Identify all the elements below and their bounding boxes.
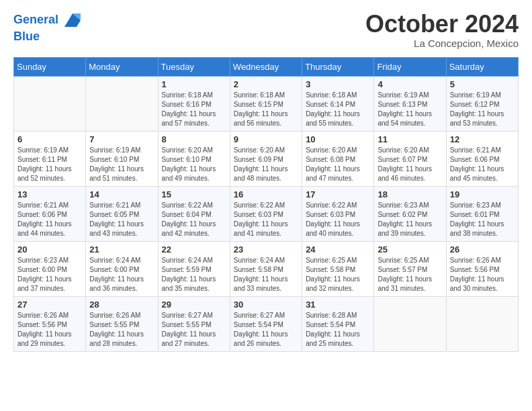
calendar-cell: 6Sunrise: 6:19 AM Sunset: 6:11 PM Daylig…	[14, 131, 86, 186]
day-info: Sunrise: 6:19 AM Sunset: 6:13 PM Dayligh…	[378, 91, 442, 128]
day-info: Sunrise: 6:20 AM Sunset: 6:08 PM Dayligh…	[306, 146, 370, 183]
calendar-cell: 13Sunrise: 6:21 AM Sunset: 6:06 PM Dayli…	[14, 186, 86, 241]
day-info: Sunrise: 6:21 AM Sunset: 6:06 PM Dayligh…	[450, 146, 515, 183]
day-number: 11	[378, 134, 442, 144]
calendar-week-row: 27Sunrise: 6:26 AM Sunset: 5:56 PM Dayli…	[14, 296, 519, 351]
column-header-tuesday: Tuesday	[158, 57, 230, 76]
day-info: Sunrise: 6:18 AM Sunset: 6:14 PM Dayligh…	[306, 91, 370, 128]
day-info: Sunrise: 6:20 AM Sunset: 6:10 PM Dayligh…	[162, 146, 226, 183]
day-number: 7	[89, 134, 154, 144]
day-number: 27	[17, 300, 82, 310]
calendar-cell	[14, 76, 86, 131]
day-number: 4	[378, 79, 442, 89]
day-number: 9	[234, 134, 298, 144]
day-info: Sunrise: 6:27 AM Sunset: 5:55 PM Dayligh…	[162, 311, 226, 349]
day-number: 15	[162, 189, 226, 199]
calendar-cell: 12Sunrise: 6:21 AM Sunset: 6:06 PM Dayli…	[446, 131, 518, 186]
calendar-cell: 1Sunrise: 6:18 AM Sunset: 6:16 PM Daylig…	[158, 76, 230, 131]
calendar-cell: 7Sunrise: 6:19 AM Sunset: 6:10 PM Daylig…	[86, 131, 158, 186]
day-info: Sunrise: 6:21 AM Sunset: 6:05 PM Dayligh…	[89, 201, 154, 238]
title-block: October 2024 La Concepcion, Mexico	[365, 11, 519, 49]
day-number: 17	[306, 189, 370, 199]
column-header-friday: Friday	[374, 57, 446, 76]
calendar-cell: 23Sunrise: 6:24 AM Sunset: 5:58 PM Dayli…	[230, 241, 302, 296]
calendar-cell: 3Sunrise: 6:18 AM Sunset: 6:14 PM Daylig…	[302, 76, 374, 131]
day-number: 5	[450, 79, 515, 89]
calendar-cell: 19Sunrise: 6:23 AM Sunset: 6:01 PM Dayli…	[446, 186, 518, 241]
calendar-cell: 25Sunrise: 6:25 AM Sunset: 5:57 PM Dayli…	[374, 241, 446, 296]
day-info: Sunrise: 6:26 AM Sunset: 5:55 PM Dayligh…	[89, 311, 154, 349]
day-info: Sunrise: 6:21 AM Sunset: 6:06 PM Dayligh…	[17, 201, 82, 238]
column-header-thursday: Thursday	[302, 57, 374, 76]
day-number: 16	[234, 189, 298, 199]
day-number: 21	[89, 244, 154, 255]
calendar-week-row: 20Sunrise: 6:23 AM Sunset: 6:00 PM Dayli…	[14, 241, 519, 296]
day-info: Sunrise: 6:28 AM Sunset: 5:54 PM Dayligh…	[306, 311, 370, 349]
calendar-cell: 24Sunrise: 6:25 AM Sunset: 5:58 PM Dayli…	[302, 241, 374, 296]
calendar-cell: 14Sunrise: 6:21 AM Sunset: 6:05 PM Dayli…	[86, 186, 158, 241]
day-number: 22	[162, 244, 226, 255]
day-number: 26	[450, 244, 515, 255]
day-info: Sunrise: 6:18 AM Sunset: 6:15 PM Dayligh…	[234, 91, 298, 128]
calendar-cell: 28Sunrise: 6:26 AM Sunset: 5:55 PM Dayli…	[86, 296, 158, 351]
day-info: Sunrise: 6:22 AM Sunset: 6:04 PM Dayligh…	[162, 201, 226, 238]
day-number: 30	[234, 300, 298, 310]
column-header-monday: Monday	[86, 57, 158, 76]
calendar-cell: 8Sunrise: 6:20 AM Sunset: 6:10 PM Daylig…	[158, 131, 230, 186]
day-info: Sunrise: 6:22 AM Sunset: 6:03 PM Dayligh…	[306, 201, 370, 238]
calendar-cell: 5Sunrise: 6:19 AM Sunset: 6:12 PM Daylig…	[446, 76, 518, 131]
calendar-week-row: 1Sunrise: 6:18 AM Sunset: 6:16 PM Daylig…	[14, 76, 519, 131]
day-number: 13	[17, 189, 82, 199]
calendar-cell: 20Sunrise: 6:23 AM Sunset: 6:00 PM Dayli…	[14, 241, 86, 296]
day-number: 23	[234, 244, 298, 255]
day-number: 8	[162, 134, 226, 144]
calendar-cell	[446, 296, 518, 351]
logo: General Blue	[13, 11, 82, 44]
day-info: Sunrise: 6:19 AM Sunset: 6:10 PM Dayligh…	[89, 146, 154, 183]
day-number: 31	[306, 300, 370, 310]
month-title: October 2024	[365, 11, 519, 38]
day-info: Sunrise: 6:23 AM Sunset: 6:01 PM Dayligh…	[450, 201, 515, 238]
day-info: Sunrise: 6:20 AM Sunset: 6:07 PM Dayligh…	[378, 146, 442, 183]
calendar-cell: 30Sunrise: 6:27 AM Sunset: 5:54 PM Dayli…	[230, 296, 302, 351]
day-info: Sunrise: 6:25 AM Sunset: 5:57 PM Dayligh…	[378, 256, 442, 293]
day-info: Sunrise: 6:24 AM Sunset: 5:58 PM Dayligh…	[234, 256, 298, 293]
calendar-header-row: SundayMondayTuesdayWednesdayThursdayFrid…	[14, 57, 519, 76]
day-number: 28	[89, 300, 154, 310]
calendar-cell: 9Sunrise: 6:20 AM Sunset: 6:09 PM Daylig…	[230, 131, 302, 186]
day-number: 10	[306, 134, 370, 144]
day-info: Sunrise: 6:23 AM Sunset: 6:00 PM Dayligh…	[17, 256, 82, 293]
day-info: Sunrise: 6:26 AM Sunset: 5:56 PM Dayligh…	[17, 311, 82, 349]
location: La Concepcion, Mexico	[365, 38, 519, 49]
calendar-cell: 15Sunrise: 6:22 AM Sunset: 6:04 PM Dayli…	[158, 186, 230, 241]
day-number: 12	[450, 134, 515, 144]
calendar-week-row: 13Sunrise: 6:21 AM Sunset: 6:06 PM Dayli…	[14, 186, 519, 241]
day-info: Sunrise: 6:19 AM Sunset: 6:11 PM Dayligh…	[17, 146, 82, 183]
logo-icon	[63, 11, 82, 30]
calendar-cell	[374, 296, 446, 351]
calendar-week-row: 6Sunrise: 6:19 AM Sunset: 6:11 PM Daylig…	[14, 131, 519, 186]
calendar-cell: 17Sunrise: 6:22 AM Sunset: 6:03 PM Dayli…	[302, 186, 374, 241]
day-info: Sunrise: 6:26 AM Sunset: 5:56 PM Dayligh…	[450, 256, 515, 293]
logo-blue: Blue	[13, 30, 82, 44]
calendar-cell: 16Sunrise: 6:22 AM Sunset: 6:03 PM Dayli…	[230, 186, 302, 241]
calendar-cell: 4Sunrise: 6:19 AM Sunset: 6:13 PM Daylig…	[374, 76, 446, 131]
calendar-cell: 21Sunrise: 6:24 AM Sunset: 6:00 PM Dayli…	[86, 241, 158, 296]
day-info: Sunrise: 6:19 AM Sunset: 6:12 PM Dayligh…	[450, 91, 515, 128]
calendar-cell: 11Sunrise: 6:20 AM Sunset: 6:07 PM Dayli…	[374, 131, 446, 186]
day-number: 14	[89, 189, 154, 199]
day-number: 20	[17, 244, 82, 255]
day-number: 6	[17, 134, 82, 144]
calendar-cell: 31Sunrise: 6:28 AM Sunset: 5:54 PM Dayli…	[302, 296, 374, 351]
day-info: Sunrise: 6:22 AM Sunset: 6:03 PM Dayligh…	[234, 201, 298, 238]
day-info: Sunrise: 6:24 AM Sunset: 5:59 PM Dayligh…	[162, 256, 226, 293]
day-number: 19	[450, 189, 515, 199]
calendar-cell: 18Sunrise: 6:23 AM Sunset: 6:02 PM Dayli…	[374, 186, 446, 241]
calendar-cell: 27Sunrise: 6:26 AM Sunset: 5:56 PM Dayli…	[14, 296, 86, 351]
day-number: 2	[234, 79, 298, 89]
calendar-table: SundayMondayTuesdayWednesdayThursdayFrid…	[13, 57, 519, 352]
day-info: Sunrise: 6:23 AM Sunset: 6:02 PM Dayligh…	[378, 201, 442, 238]
day-number: 24	[306, 244, 370, 255]
day-info: Sunrise: 6:18 AM Sunset: 6:16 PM Dayligh…	[162, 91, 226, 128]
day-info: Sunrise: 6:24 AM Sunset: 6:00 PM Dayligh…	[89, 256, 154, 293]
